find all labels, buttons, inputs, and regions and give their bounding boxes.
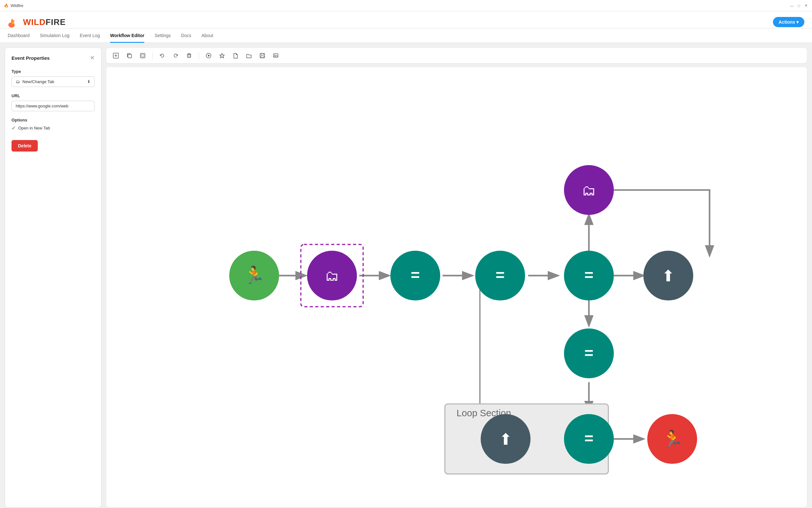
svg-text:🗂: 🗂 bbox=[582, 182, 596, 198]
svg-rect-4 bbox=[128, 54, 131, 58]
logo-wild: WILD bbox=[23, 17, 45, 27]
nav: Dashboard Simulation Log Event Log Workf… bbox=[0, 29, 812, 43]
svg-text:=: = bbox=[584, 266, 593, 284]
nav-event-log[interactable]: Event Log bbox=[80, 29, 100, 43]
app-icon: 🔥 bbox=[4, 3, 9, 8]
edge-tab2-click1 bbox=[614, 190, 710, 254]
svg-text:🏃: 🏃 bbox=[662, 429, 683, 450]
workflow-svg: Loop Section 🏃 🗂 bbox=[106, 67, 807, 507]
add-node-button[interactable] bbox=[111, 50, 121, 61]
type-value: New/Change Tab bbox=[23, 79, 54, 84]
nav-docs[interactable]: Docs bbox=[181, 29, 191, 43]
workflow-toolbar bbox=[106, 48, 807, 63]
event-properties-panel: Event Properties ✕ Type 🗂 New/Change Tab… bbox=[5, 48, 101, 507]
nav-about[interactable]: About bbox=[201, 29, 214, 43]
url-label: URL bbox=[11, 93, 95, 98]
nav-dashboard[interactable]: Dashboard bbox=[8, 29, 30, 43]
type-label: Type bbox=[11, 69, 95, 74]
type-field-group: Type 🗂 New/Change Tab ⬍ bbox=[11, 69, 95, 87]
header: WILDFIRE Actions ▾ bbox=[0, 11, 812, 29]
node-click2[interactable]: ⬆ bbox=[480, 414, 531, 464]
svg-rect-7 bbox=[188, 54, 191, 57]
svg-point-17 bbox=[274, 55, 275, 56]
play-button[interactable] bbox=[203, 50, 214, 61]
svg-text:⬆: ⬆ bbox=[662, 267, 675, 285]
svg-text:⬆: ⬆ bbox=[499, 431, 512, 448]
save-file-button[interactable] bbox=[257, 50, 267, 61]
type-icon: 🗂 bbox=[16, 79, 20, 84]
main-content: Event Properties ✕ Type 🗂 New/Change Tab… bbox=[0, 43, 812, 508]
node-end[interactable]: 🏃 bbox=[647, 414, 697, 464]
svg-text:=: = bbox=[496, 266, 505, 284]
frame-button[interactable] bbox=[138, 50, 148, 61]
svg-text:🏃: 🏃 bbox=[243, 265, 265, 286]
panel-header: Event Properties ✕ bbox=[11, 54, 95, 61]
new-file-button[interactable] bbox=[230, 50, 241, 61]
type-select[interactable]: 🗂 New/Change Tab ⬍ bbox=[11, 76, 95, 87]
node-eq3[interactable]: = bbox=[564, 251, 614, 300]
titlebar-controls: — □ ✕ bbox=[789, 3, 808, 8]
open-new-tab-option[interactable]: ✔ Open in New Tab bbox=[11, 125, 95, 131]
svg-text:=: = bbox=[584, 344, 593, 362]
undo-button[interactable] bbox=[157, 50, 167, 61]
app-title: Wildfire bbox=[10, 3, 23, 8]
logo-fire: FIRE bbox=[45, 17, 66, 27]
titlebar: 🔥 Wildfire — □ ✕ bbox=[0, 0, 812, 11]
titlebar-title: 🔥 Wildfire bbox=[4, 3, 23, 8]
canvas-area: Loop Section 🏃 🗂 bbox=[101, 43, 812, 508]
url-input[interactable] bbox=[11, 101, 95, 111]
star-button[interactable] bbox=[217, 50, 227, 61]
export-image-button[interactable] bbox=[271, 50, 281, 61]
node-click1[interactable]: ⬆ bbox=[644, 251, 693, 300]
open-new-tab-label: Open in New Tab bbox=[18, 126, 50, 130]
svg-rect-15 bbox=[261, 56, 264, 57]
delete-node-button[interactable] bbox=[184, 50, 194, 61]
panel-close-button[interactable]: ✕ bbox=[90, 54, 95, 61]
minimize-button[interactable]: — bbox=[789, 3, 794, 8]
delete-button[interactable]: Delete bbox=[11, 140, 38, 152]
logo-text: WILDFIRE bbox=[23, 17, 66, 27]
logo-icon bbox=[8, 16, 20, 28]
node-start[interactable]: 🏃 bbox=[229, 251, 279, 300]
logo: WILDFIRE bbox=[8, 16, 66, 28]
svg-text:🗂: 🗂 bbox=[325, 268, 339, 284]
redo-button[interactable] bbox=[170, 50, 181, 61]
open-file-button[interactable] bbox=[244, 50, 254, 61]
select-arrow-icon: ⬍ bbox=[87, 79, 90, 84]
svg-rect-6 bbox=[142, 54, 144, 57]
nav-simulation-log[interactable]: Simulation Log bbox=[40, 29, 70, 43]
node-eq1[interactable]: = bbox=[390, 251, 440, 300]
node-eq4[interactable]: = bbox=[564, 328, 614, 378]
url-field-group: URL bbox=[11, 93, 95, 111]
toolbar-divider-1 bbox=[152, 52, 153, 59]
toolbar-divider-2 bbox=[199, 52, 199, 59]
checkbox-checked-icon: ✔ bbox=[11, 125, 16, 131]
node-tab2[interactable]: 🗂 bbox=[564, 165, 614, 215]
svg-marker-11 bbox=[208, 55, 210, 57]
options-label: Options bbox=[11, 118, 95, 122]
svg-text:=: = bbox=[584, 430, 593, 447]
node-tab1-selected[interactable]: 🗂 bbox=[301, 245, 363, 307]
nav-workflow-editor[interactable]: Workflow Editor bbox=[110, 29, 144, 43]
copy-button[interactable] bbox=[124, 50, 134, 61]
workflow-canvas[interactable]: Loop Section 🏃 🗂 bbox=[106, 67, 807, 507]
svg-marker-12 bbox=[220, 53, 224, 58]
node-eq2[interactable]: = bbox=[475, 251, 525, 300]
options-field-group: Options ✔ Open in New Tab bbox=[11, 118, 95, 131]
svg-text:=: = bbox=[411, 266, 420, 284]
maximize-button[interactable]: □ bbox=[797, 3, 801, 8]
close-button[interactable]: ✕ bbox=[804, 3, 808, 8]
actions-button[interactable]: Actions ▾ bbox=[773, 17, 804, 27]
node-eq5[interactable]: = bbox=[564, 414, 614, 464]
svg-rect-5 bbox=[141, 53, 145, 58]
nav-settings[interactable]: Settings bbox=[155, 29, 171, 43]
panel-title: Event Properties bbox=[11, 55, 49, 61]
